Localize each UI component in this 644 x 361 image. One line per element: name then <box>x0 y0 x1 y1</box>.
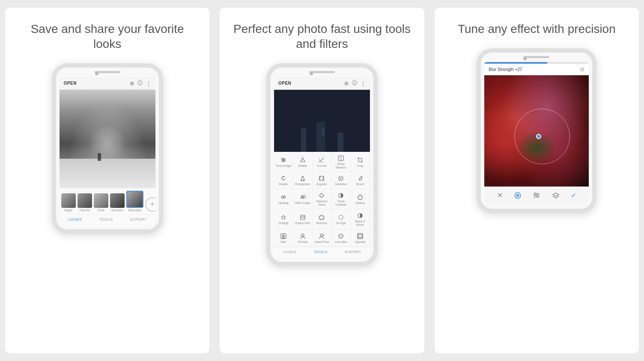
split-view-icon[interactable]: ⊟ <box>580 66 584 72</box>
tool-tune-image[interactable]: Tune Image <box>274 152 293 172</box>
tool-label-rotate: Rotate <box>279 183 288 186</box>
nav-tools-1[interactable]: TOOLS <box>99 217 113 222</box>
tool-portrait[interactable]: Portrait <box>293 230 313 247</box>
layers-icon[interactable] <box>552 192 560 199</box>
tool-crop[interactable]: Crop <box>351 152 370 172</box>
rotate-icon <box>280 175 286 181</box>
target-icon[interactable] <box>514 192 522 199</box>
tool-label-curves: Curves <box>317 164 326 168</box>
close-icon[interactable]: ✕ <box>497 191 503 199</box>
nav-export-2[interactable]: EXPORT <box>345 250 361 254</box>
nav-export-1[interactable]: EXPORT <box>130 217 147 222</box>
tool-drama[interactable]: Drama <box>351 189 370 209</box>
curves-icon <box>319 157 325 163</box>
svg-point-16 <box>340 178 342 179</box>
tool-tonal[interactable]: Tonal Contrast <box>331 189 351 209</box>
wb-icon <box>338 155 344 161</box>
nav-looks-1[interactable]: LOOKS <box>68 217 82 222</box>
phone-camera-2 <box>310 72 313 75</box>
tool-details[interactable]: Details <box>293 152 313 172</box>
blur-center-dot[interactable] <box>536 134 541 139</box>
tool-selective[interactable]: Selective <box>331 172 351 189</box>
tool-rotate[interactable]: Rotate <box>274 172 293 189</box>
share-icon-1[interactable]: ⊘ <box>130 80 134 86</box>
tool-glamour[interactable]: Glamour Glow <box>313 189 332 209</box>
svg-rect-46 <box>537 195 538 196</box>
hdr-icon <box>300 194 306 200</box>
svg-rect-11 <box>338 156 341 161</box>
look-thumbnail-bright <box>61 193 76 208</box>
svg-rect-45 <box>534 193 536 195</box>
header-icons-1: ⊘ ⓘ ⋮ <box>130 80 151 87</box>
tool-headpose[interactable]: Head Pose <box>313 230 332 247</box>
svg-rect-38 <box>358 234 363 239</box>
main-photo-1 <box>60 90 155 188</box>
portrait-icon <box>300 233 306 239</box>
tools-grid: Tune Image Details Curves White Balance <box>274 152 370 247</box>
bottom-bar: ✕ ✓ <box>484 186 589 204</box>
tool-white-balance[interactable]: White Balance <box>331 152 351 172</box>
tool-label-vignette: Vignette <box>355 240 366 244</box>
tool-vignette[interactable]: Vignette <box>351 230 370 247</box>
tool-label-lensblur: Lens Blur <box>334 240 347 244</box>
svg-point-35 <box>340 235 342 237</box>
list-item[interactable]: Bright <box>61 193 76 212</box>
tool-label-headpose: Head Pose <box>314 240 329 244</box>
tool-curves[interactable]: Curves <box>313 152 332 172</box>
open-label-2: OPEN <box>278 81 291 86</box>
svg-line-17 <box>362 176 362 177</box>
tool-expand[interactable]: Expand <box>313 172 332 189</box>
svg-rect-3 <box>282 158 283 159</box>
nav-tools-2[interactable]: TOOLS <box>314 250 328 254</box>
tool-retrolux[interactable]: Retrolux <box>313 209 332 229</box>
tool-label-grainy: Grainy Film <box>295 222 310 225</box>
phone-screen-2: OPEN ⊘ ⓘ ⋮ <box>274 77 370 257</box>
tool-label-hdr: HDR Scape <box>295 201 310 205</box>
tool-healing[interactable]: Healing <box>274 189 293 209</box>
svg-point-32 <box>301 234 304 237</box>
tool-perspective[interactable]: Perspective <box>293 172 313 189</box>
tool-grainy[interactable]: Grainy Film <box>293 209 313 229</box>
list-item[interactable]: Push <box>94 193 108 212</box>
share-icon-2[interactable]: ⊘ <box>344 80 349 86</box>
open-label-1: OPEN <box>64 81 77 86</box>
more-icon-1[interactable]: ⋮ <box>146 80 151 86</box>
look-label-structure: Structure <box>111 209 123 212</box>
list-item[interactable]: Structure <box>110 193 125 212</box>
confirm-icon[interactable]: ✓ <box>571 191 576 199</box>
app-header-1: OPEN ⊘ ⓘ ⋮ <box>60 77 155 90</box>
tool-hdr[interactable]: HDR Scape <box>293 189 313 209</box>
look-thumbnail-structure <box>110 193 125 208</box>
svg-rect-4 <box>283 159 285 160</box>
tool-label-drama: Drama <box>356 201 365 205</box>
tool-noir[interactable]: Noir <box>274 230 293 247</box>
svg-point-29 <box>339 215 343 219</box>
header-icons-2: ⊘ ⓘ ⋮ <box>344 80 366 87</box>
blur-circle-overlay[interactable] <box>514 109 570 164</box>
brush-icon <box>357 175 363 181</box>
perspective-icon <box>300 175 306 181</box>
add-look-button[interactable]: + <box>145 197 155 212</box>
tool-label-brush: Brush <box>356 183 364 186</box>
info-icon-1[interactable]: ⓘ <box>137 80 143 87</box>
panel-3: Tune any effect with precision Blur Stre… <box>435 8 639 353</box>
info-icon-2[interactable]: ⓘ <box>352 80 357 87</box>
list-item[interactable]: Silhouette <box>126 191 143 212</box>
tool-grunge[interactable]: Grunge <box>331 209 351 229</box>
look-label-silhouette: Silhouette <box>128 209 141 212</box>
list-item[interactable]: Fine Art <box>78 193 92 212</box>
tool-bw[interactable]: Black & White <box>351 209 370 229</box>
adjustments-icon[interactable] <box>533 192 540 199</box>
expand-icon <box>319 175 325 181</box>
triangle-icon <box>300 157 306 163</box>
tool-vintage[interactable]: Vintage <box>274 209 293 229</box>
more-icon-2[interactable]: ⋮ <box>361 80 366 86</box>
nav-looks-2[interactable]: LOOKS <box>283 250 297 254</box>
svg-rect-5 <box>283 160 284 162</box>
blur-strength-label: Blur Strength +27 <box>489 67 522 72</box>
grainy-icon <box>300 214 306 220</box>
tool-lensblur[interactable]: Lens Blur <box>331 230 351 247</box>
tool-label-noir: Noir <box>280 240 286 244</box>
tool-brush[interactable]: Brush <box>351 172 370 189</box>
vintage-icon <box>280 214 286 220</box>
